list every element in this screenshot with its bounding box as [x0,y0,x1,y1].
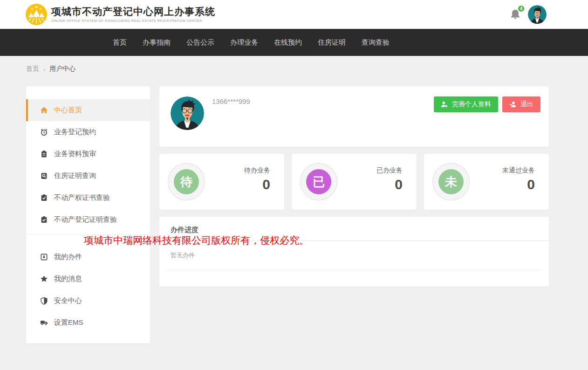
stat-label: 已办业务 [376,166,403,175]
sidebar-item-center-home[interactable]: 中心首页 [26,99,150,121]
sidebar-item-housing-cert-query[interactable]: 住房证明查询 [26,165,150,187]
doc-search-icon [40,172,48,180]
nav-item-home[interactable]: 首页 [113,38,127,47]
sidebar-item-my-messages[interactable]: 我的消息 [26,268,150,290]
stat-label: 待办业务 [244,166,270,175]
sidebar-item-property-cert-check[interactable]: 不动产权证书查验 [26,187,150,209]
stat-ring: 已 [300,163,337,200]
profile-card: 1366****999 完善个人资料 退出 [159,86,549,147]
complete-profile-button[interactable]: 完善个人资料 [434,96,498,112]
progress-card: 办件进度 暂无办件 [159,217,549,287]
clipboard-check-icon [40,194,48,202]
sidebar-item-security-center[interactable]: 安全中心 [26,290,150,312]
sidebar-item-label: 住房证明查询 [54,171,96,180]
truck-icon [40,319,48,327]
inbox-icon [40,253,48,261]
stat-ring: 待 [168,163,205,200]
sidebar-item-label: 安全中心 [54,296,82,305]
home-icon [40,106,48,114]
sidebar-item-material-review[interactable]: 业务资料预审 [26,143,150,165]
stat-card-pending: 待 待办业务 0 [159,154,284,210]
site-logo-icon [26,4,47,25]
sidebar-item-label: 不动产登记证明查验 [54,215,117,224]
clipboard-check-icon [40,216,48,224]
breadcrumb-home[interactable]: 首页 [26,65,39,73]
stat-label: 未通过业务 [502,166,535,175]
complete-profile-label: 完善个人资料 [452,100,491,109]
sidebar-item-label: 设置EMS [54,318,83,327]
sidebar-item-label: 我的消息 [54,274,82,283]
shield-icon [40,297,48,305]
person-minus-icon [509,101,517,108]
user-avatar[interactable] [528,5,547,24]
nav-item-announcements[interactable]: 公告公示 [186,38,214,47]
star-icon [40,275,48,283]
progress-empty-text: 暂无办件 [159,241,549,260]
profile-avatar [171,96,204,130]
main-nav: 首页 办事指南 公告公示 办理业务 在线预约 住房证明 查询查验 [0,29,588,56]
logout-button[interactable]: 退出 [502,96,540,112]
sidebar-item-label: 中心首页 [54,106,82,115]
stat-ring: 未 [432,163,470,200]
logout-label: 退出 [520,100,533,109]
main-content: 1366****999 完善个人资料 退出 待 待办业务 0 已 [159,86,549,287]
breadcrumb-separator: › [43,66,45,73]
nav-item-reservation[interactable]: 在线预约 [274,38,302,47]
pending-badge-icon: 待 [174,169,199,194]
alarm-icon [40,128,48,136]
breadcrumb-current: 用户中心 [49,65,75,73]
notification-bell-icon[interactable]: 4 [509,8,522,22]
sidebar-item-ems-settings[interactable]: 设置EMS [26,312,150,334]
sidebar-item-label: 不动产权证书查验 [54,193,110,202]
profile-phone: 1366****999 [212,97,250,105]
clipboard-icon [40,150,48,158]
done-badge-icon: 已 [306,169,331,194]
site-subtitle: ONLINE OFFICE SYSTEM OF XIANGCHENG REAL … [51,19,215,23]
sidebar-item-registration-cert-check[interactable]: 不动产登记证明查验 [26,209,150,231]
sidebar-item-label: 业务资料预审 [54,150,96,158]
progress-title: 办件进度 [159,217,549,241]
stat-count: 0 [502,177,535,192]
breadcrumb: 首页 › 用户中心 [26,56,75,82]
stat-card-rejected: 未 未通过业务 0 [424,154,549,210]
nav-item-business[interactable]: 办理业务 [230,38,258,47]
top-header: 项城市不动产登记中心网上办事系统 ONLINE OFFICE SYSTEM OF… [0,0,588,29]
nav-item-inquiry[interactable]: 查询查验 [362,38,390,47]
sidebar-item-label: 业务登记预约 [54,128,96,137]
stat-count: 0 [244,177,270,192]
sidebar-divider [26,234,150,235]
site-title: 项城市不动产登记中心网上办事系统 [51,6,215,17]
stat-card-done: 已 已办业务 0 [292,154,417,210]
notification-badge: 4 [517,5,525,13]
stats-row: 待 待办业务 0 已 已办业务 0 未 未通过业务 0 [159,154,549,210]
sidebar: 中心首页 业务登记预约 业务资料预审 住房证明查询 不动产权证书查验 不动产登记… [26,86,150,343]
sidebar-item-my-cases[interactable]: 我的办件 [26,246,150,268]
rejected-badge-icon: 未 [438,169,464,194]
person-gear-icon [441,101,448,108]
stat-count: 0 [376,177,403,192]
progress-divider [165,270,543,270]
profile-actions: 完善个人资料 退出 [434,96,540,112]
sidebar-item-registration-reservation[interactable]: 业务登记预约 [26,121,150,143]
nav-item-guide[interactable]: 办事指南 [143,38,171,47]
nav-item-housing-cert[interactable]: 住房证明 [318,38,346,47]
brand-block: 项城市不动产登记中心网上办事系统 ONLINE OFFICE SYSTEM OF… [51,6,215,23]
sidebar-item-label: 我的办件 [54,253,82,261]
